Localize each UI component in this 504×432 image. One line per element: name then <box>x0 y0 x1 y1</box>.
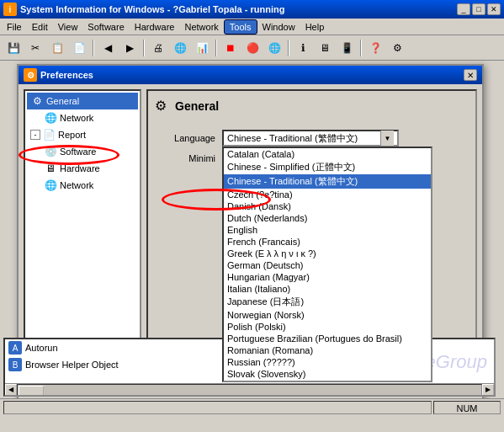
toolbar-sep4 <box>288 40 289 56</box>
lang-japanese[interactable]: Japanese (日本語) <box>224 295 431 309</box>
main-area: ⚙ Preferences ✕ ⚙ General 🌐 Network - 📄 … <box>0 61 504 415</box>
report-icon: 📄 <box>42 128 56 141</box>
toolbar-sep5 <box>360 40 362 56</box>
status-bar: NUM <box>0 398 504 415</box>
toolbar-chart[interactable]: 📊 <box>192 38 212 58</box>
app-icon: i <box>3 3 17 16</box>
tree-item-report[interactable]: - 📄 Report <box>27 126 138 143</box>
browser-helper-icon: B <box>8 358 22 371</box>
tree-item-network[interactable]: 🌐 Network <box>27 109 138 126</box>
autorun-icon: A <box>8 341 22 355</box>
close-button[interactable]: ✕ <box>487 3 501 15</box>
toolbar-settings[interactable]: ⚙ <box>387 38 407 58</box>
dialog-close-button[interactable]: ✕ <box>464 69 477 81</box>
language-label: Language <box>155 133 222 143</box>
tree-item-hardware[interactable]: 🖥 Hardware <box>27 160 138 177</box>
title-bar: i System Information for Windows - ?Gabr… <box>0 0 504 19</box>
toolbar-copy[interactable]: 📋 <box>47 38 67 58</box>
toolbar-web[interactable]: 🌐 <box>170 38 190 58</box>
toolbar: 💾 ✂ 📋 📄 ◀ ▶ 🖨 🌐 📊 ⏹ 🔴 🌐 ℹ 🖥 📱 ❓ ⚙ <box>0 35 504 61</box>
language-list[interactable]: Catalan (Catala) Chinese - Simplified (正… <box>222 147 432 382</box>
content-title-icon: ⚙ <box>155 98 172 115</box>
bottom-scrollbar[interactable]: ◀ ▶ <box>5 383 494 395</box>
toolbar-back[interactable]: ◀ <box>98 38 118 58</box>
lang-spanish[interactable]: Spanish (Espanol) <box>224 380 431 382</box>
browser-helper-label: Browser Helper Object <box>25 360 119 370</box>
tree-software-label: Software <box>60 147 96 157</box>
toolbar-red[interactable]: 🔴 <box>242 38 263 58</box>
toolbar-info[interactable]: ℹ <box>293 38 313 58</box>
hardware-icon: 🖥 <box>44 162 57 175</box>
lang-russian[interactable]: Russian (?????) <box>224 356 431 368</box>
window-controls[interactable]: _ □ ✕ <box>457 3 501 15</box>
tree-panel: ⚙ General 🌐 Network - 📄 Report 💿 Softwar… <box>24 89 141 360</box>
toolbar-phone[interactable]: 📱 <box>337 38 357 58</box>
toolbar-globe[interactable]: 🌐 <box>264 38 284 58</box>
toolbar-stop[interactable]: ⏹ <box>220 38 241 58</box>
toolbar-print[interactable]: 🖨 <box>148 38 168 58</box>
toolbar-fwd[interactable]: ▶ <box>119 38 140 58</box>
lang-french[interactable]: French (Francais) <box>224 236 431 248</box>
dialog-title-text: Preferences <box>40 70 460 80</box>
lang-hungarian[interactable]: Hungarian (Magyar) <box>224 271 431 283</box>
lang-catalan[interactable]: Catalan (Catala) <box>224 148 431 160</box>
menu-tools[interactable]: Tools <box>224 19 257 35</box>
menu-edit[interactable]: Edit <box>27 20 53 34</box>
menu-network[interactable]: Network <box>179 20 223 34</box>
lang-portuguese[interactable]: Portuguese Brazilian (Portugues do Brasi… <box>224 333 431 344</box>
menu-bar: File Edit View Software Hardware Network… <box>0 19 504 35</box>
tree-item-general[interactable]: ⚙ General <box>27 93 138 109</box>
menu-help[interactable]: Help <box>300 20 330 34</box>
lang-polish[interactable]: Polish (Polski) <box>224 321 431 333</box>
menu-view[interactable]: View <box>53 20 83 34</box>
tree-network2-label: Network <box>60 180 93 190</box>
toolbar-monitor[interactable]: 🖥 <box>315 38 335 58</box>
lang-english[interactable]: English <box>224 224 431 236</box>
window-title: System Information for Windows - ?Gabrie… <box>20 4 454 14</box>
lang-slovak[interactable]: Slovak (Slovensky) <box>224 368 431 380</box>
lang-chinese-simplified[interactable]: Chinese - Simplified (正體中文) <box>224 160 431 174</box>
menu-hardware[interactable]: Hardware <box>130 20 180 34</box>
tree-item-network2[interactable]: 🌐 Network <box>27 177 138 194</box>
report-expand[interactable]: - <box>30 130 40 140</box>
dropdown-arrow-icon[interactable]: ▼ <box>380 131 394 146</box>
lang-german[interactable]: German (Deutsch) <box>224 259 431 271</box>
toolbar-help[interactable]: ❓ <box>365 38 385 58</box>
lang-italian[interactable]: Italian (Italiano) <box>224 283 431 295</box>
status-right: NUM <box>433 401 501 414</box>
scroll-left-btn[interactable]: ◀ <box>5 384 17 396</box>
language-dropdown[interactable]: Chinese - Traditional (繁體中文) ▼ <box>222 130 399 147</box>
menu-file[interactable]: File <box>2 20 27 34</box>
toolbar-save[interactable]: 💾 <box>3 38 24 58</box>
menu-window[interactable]: Window <box>257 20 300 34</box>
tree-general-label: General <box>46 96 79 106</box>
toolbar-sep3 <box>215 40 217 56</box>
selected-language-text: Chinese - Traditional (繁體中文) <box>227 132 380 145</box>
lang-czech[interactable]: Czech (?e?tina) <box>224 189 431 200</box>
tree-item-software[interactable]: 💿 Software <box>27 143 138 160</box>
scroll-right-btn[interactable]: ▶ <box>482 384 494 396</box>
lang-norwegian[interactable]: Norwegian (Norsk) <box>224 309 431 321</box>
lang-chinese-traditional[interactable]: Chinese - Traditional (繁體中文) <box>224 174 431 189</box>
network2-icon: 🌐 <box>44 179 57 192</box>
lang-danish[interactable]: Danish (Dansk) <box>224 200 431 212</box>
content-title: ⚙ General <box>155 98 469 120</box>
minimize-button[interactable]: _ <box>457 3 470 15</box>
dialog-icon: ⚙ <box>24 68 37 82</box>
network-icon: 🌐 <box>44 111 57 125</box>
language-row: Language Chinese - Traditional (繁體中文) ▼ … <box>155 130 469 147</box>
toolbar-sep2 <box>143 40 145 56</box>
status-left <box>3 401 432 414</box>
scroll-track[interactable] <box>17 384 482 396</box>
menu-software[interactable]: Software <box>82 20 129 34</box>
general-icon: ⚙ <box>30 94 44 108</box>
maximize-button[interactable]: □ <box>472 3 485 15</box>
lang-romanian[interactable]: Romanian (Romana) <box>224 344 431 356</box>
lang-dutch[interactable]: Dutch (Nederlands) <box>224 212 431 224</box>
dialog-title-bar: ⚙ Preferences ✕ <box>19 66 482 84</box>
scroll-thumb[interactable] <box>19 386 44 396</box>
toolbar-cut[interactable]: ✂ <box>25 38 45 58</box>
toolbar-paste[interactable]: 📄 <box>69 38 89 58</box>
lang-greek[interactable]: Greek (Ε λ λ η ν ι κ ?) <box>224 248 431 259</box>
tree-report-label: Report <box>58 130 86 140</box>
